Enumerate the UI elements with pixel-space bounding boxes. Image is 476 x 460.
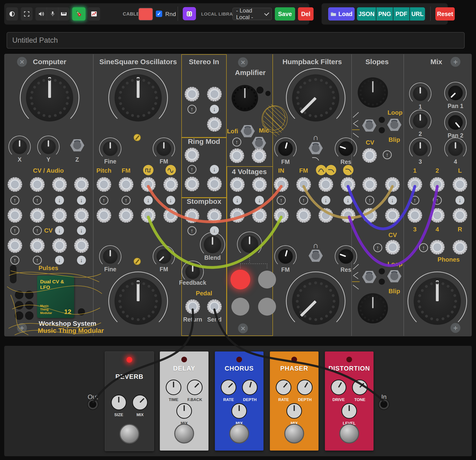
osc1-fine-knob[interactable]	[103, 141, 118, 156]
voltage-button-2[interactable]	[258, 271, 276, 288]
jack[interactable]	[362, 208, 377, 223]
pedal-distortion[interactable]: DISTORTION DRIVE TONE LEVEL	[325, 352, 374, 451]
jack[interactable]	[52, 177, 67, 192]
mix-knob[interactable]	[286, 403, 302, 419]
jack[interactable]	[274, 208, 289, 223]
jack[interactable]	[74, 208, 89, 223]
computer-main-knob[interactable]	[26, 74, 73, 122]
osc1-fm-knob[interactable]	[157, 141, 171, 156]
jack[interactable]	[274, 177, 289, 192]
del-button[interactable]: Del	[298, 7, 314, 21]
rnd-checkbox[interactable]: ✓	[156, 11, 162, 17]
jack[interactable]	[30, 177, 45, 192]
jack[interactable]	[74, 238, 89, 253]
mix-knob[interactable]	[176, 403, 192, 419]
jack[interactable]	[319, 208, 333, 223]
local-library-select[interactable]: - Load Local -	[233, 8, 272, 20]
jack[interactable]	[252, 148, 266, 163]
close-module-icon[interactable]: ×	[238, 57, 248, 67]
jack[interactable]	[97, 208, 111, 223]
jack[interactable]	[141, 177, 156, 192]
export-pdf-button[interactable]: PDF	[393, 7, 409, 21]
jack[interactable]	[30, 208, 45, 223]
jack[interactable]	[52, 208, 67, 223]
fback-knob[interactable]	[187, 379, 203, 395]
depth-knob[interactable]	[242, 379, 258, 395]
footswitch-button[interactable]	[284, 424, 304, 444]
chart-source-button[interactable]	[88, 7, 100, 21]
cable-color-swatch[interactable]	[138, 8, 153, 21]
depth-knob[interactable]	[297, 379, 313, 395]
random-patch-button[interactable]	[183, 7, 196, 20]
guitar-source-button[interactable]	[72, 7, 85, 21]
computer-x-knob[interactable]	[12, 140, 27, 154]
rate-knob[interactable]	[221, 379, 236, 395]
pedal-in-jack[interactable]	[379, 399, 389, 409]
jack[interactable]	[207, 177, 222, 191]
rate-knob[interactable]	[276, 379, 291, 395]
reset-button[interactable]: Reset	[435, 7, 455, 21]
jack[interactable]	[207, 209, 222, 223]
jack[interactable]	[30, 238, 45, 253]
jack[interactable]	[362, 148, 377, 163]
pedal-phaser[interactable]: PHASER RATE DEPTH MIX	[270, 352, 319, 451]
jack[interactable]	[453, 240, 467, 255]
time-knob[interactable]	[166, 379, 181, 395]
export-png-button[interactable]: PNG	[376, 7, 393, 21]
jack[interactable]	[207, 117, 222, 132]
voltage-button-3[interactable]	[231, 298, 249, 316]
mix-ch4-knob[interactable]	[448, 141, 463, 156]
jack[interactable]	[74, 177, 89, 192]
jack[interactable]	[230, 177, 245, 192]
voltage-button-1[interactable]	[230, 270, 250, 289]
jack[interactable]	[430, 240, 445, 255]
footswitch-button[interactable]	[339, 424, 359, 444]
mix-volume-knob[interactable]	[414, 278, 461, 325]
jack[interactable]	[163, 177, 178, 192]
add-module-icon[interactable]: +	[450, 57, 460, 67]
drive-knob[interactable]	[331, 379, 346, 395]
filter2-freq-knob[interactable]	[292, 278, 339, 325]
save-button[interactable]: Save	[275, 7, 295, 21]
patch-name-input[interactable]	[7, 32, 465, 49]
jack[interactable]	[408, 208, 422, 223]
jack[interactable]	[185, 177, 199, 191]
jack[interactable]	[408, 177, 422, 192]
jack[interactable]	[97, 177, 111, 192]
jack[interactable]	[252, 177, 267, 192]
jack[interactable]	[296, 177, 311, 192]
jack[interactable]	[207, 87, 222, 101]
close-module-icon[interactable]: ×	[17, 57, 27, 67]
mic-source-button[interactable]	[47, 7, 58, 21]
export-json-button[interactable]: JSON	[357, 7, 376, 21]
slopes2-time-knob[interactable]	[358, 293, 388, 323]
send-jack[interactable]	[207, 299, 222, 314]
export-url-button[interactable]: URL	[410, 7, 425, 21]
pan2-knob[interactable]	[448, 115, 463, 130]
jack[interactable]	[119, 177, 133, 192]
contrast-toggle-button[interactable]	[6, 7, 18, 21]
jack[interactable]	[185, 87, 199, 101]
pedal-reverb[interactable]: REVERB SIZE MIX	[105, 352, 154, 451]
jack[interactable]	[185, 209, 199, 223]
add-module-icon[interactable]: +	[450, 323, 460, 333]
pedal-chorus[interactable]: CHORUS RATE DEPTH MIX	[215, 352, 264, 451]
filter2-res-knob[interactable]	[339, 249, 353, 264]
feedback-knob[interactable]	[185, 264, 200, 279]
jack[interactable]	[52, 238, 67, 253]
footswitch-button[interactable]	[174, 424, 194, 444]
keyboard-source-button[interactable]	[58, 7, 69, 21]
jack[interactable]	[362, 177, 377, 192]
osc1-pitch-knob[interactable]	[115, 74, 162, 122]
fullscreen-button[interactable]	[21, 7, 33, 21]
return-jack[interactable]	[185, 299, 200, 314]
size-knob[interactable]	[111, 395, 127, 410]
jack[interactable]	[385, 177, 400, 192]
mix-ch2-knob[interactable]	[413, 114, 428, 128]
pan1-knob[interactable]	[448, 86, 463, 100]
add-module-icon[interactable]: +	[17, 323, 27, 333]
voltages-knob[interactable]	[241, 235, 258, 253]
jack[interactable]	[185, 148, 199, 162]
jack[interactable]	[341, 208, 355, 223]
jack[interactable]	[163, 208, 178, 223]
